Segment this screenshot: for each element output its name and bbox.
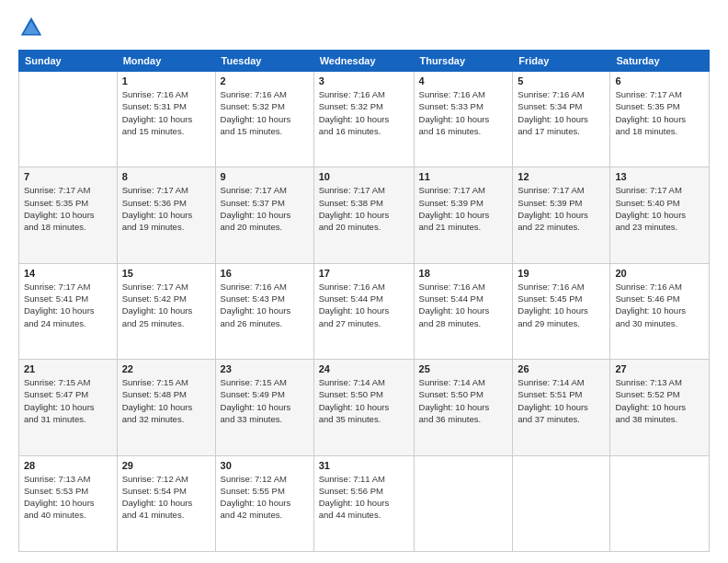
day-number: 8 <box>122 171 210 182</box>
calendar-cell: 24Sunrise: 7:14 AM Sunset: 5:50 PM Dayli… <box>313 360 414 455</box>
calendar-cell: 25Sunrise: 7:14 AM Sunset: 5:50 PM Dayli… <box>414 360 513 455</box>
calendar-week-row: 7Sunrise: 7:17 AM Sunset: 5:35 PM Daylig… <box>19 167 710 263</box>
day-number: 31 <box>319 460 409 471</box>
calendar-cell: 15Sunrise: 7:17 AM Sunset: 5:42 PM Dayli… <box>117 263 215 359</box>
calendar-cell: 27Sunrise: 7:13 AM Sunset: 5:52 PM Dayli… <box>610 360 710 455</box>
day-info: Sunrise: 7:15 AM Sunset: 5:49 PM Dayligh… <box>221 376 309 425</box>
calendar-table: SundayMondayTuesdayWednesdayThursdayFrid… <box>18 50 710 552</box>
day-info: Sunrise: 7:12 AM Sunset: 5:55 PM Dayligh… <box>221 473 309 522</box>
calendar-cell: 21Sunrise: 7:15 AM Sunset: 5:47 PM Dayli… <box>19 360 118 455</box>
logo-icon <box>18 15 44 40</box>
day-number: 28 <box>24 460 112 471</box>
day-info: Sunrise: 7:17 AM Sunset: 5:35 PM Dayligh… <box>615 88 704 137</box>
day-number: 19 <box>518 268 605 279</box>
day-number: 13 <box>615 171 704 182</box>
calendar-cell <box>414 455 513 551</box>
calendar-cell: 2Sunrise: 7:16 AM Sunset: 5:32 PM Daylig… <box>215 72 313 167</box>
day-number: 25 <box>419 363 508 374</box>
day-info: Sunrise: 7:17 AM Sunset: 5:42 PM Dayligh… <box>122 281 210 329</box>
day-number: 21 <box>24 363 112 374</box>
day-number: 23 <box>221 363 309 374</box>
calendar-cell: 9Sunrise: 7:17 AM Sunset: 5:37 PM Daylig… <box>215 167 313 263</box>
day-number: 4 <box>419 75 508 86</box>
calendar-cell: 29Sunrise: 7:12 AM Sunset: 5:54 PM Dayli… <box>117 455 215 551</box>
day-info: Sunrise: 7:16 AM Sunset: 5:44 PM Dayligh… <box>419 281 508 329</box>
day-info: Sunrise: 7:16 AM Sunset: 5:45 PM Dayligh… <box>518 281 605 329</box>
day-number: 26 <box>518 363 605 374</box>
calendar-week-row: 21Sunrise: 7:15 AM Sunset: 5:47 PM Dayli… <box>19 360 710 455</box>
calendar-cell: 7Sunrise: 7:17 AM Sunset: 5:35 PM Daylig… <box>19 167 118 263</box>
day-info: Sunrise: 7:16 AM Sunset: 5:44 PM Dayligh… <box>319 281 409 329</box>
page: SundayMondayTuesdayWednesdayThursdayFrid… <box>0 0 728 563</box>
day-info: Sunrise: 7:14 AM Sunset: 5:51 PM Dayligh… <box>518 376 605 425</box>
day-info: Sunrise: 7:15 AM Sunset: 5:47 PM Dayligh… <box>24 376 112 425</box>
calendar-cell: 3Sunrise: 7:16 AM Sunset: 5:32 PM Daylig… <box>313 72 414 167</box>
day-info: Sunrise: 7:16 AM Sunset: 5:32 PM Dayligh… <box>221 88 309 137</box>
calendar-cell: 8Sunrise: 7:17 AM Sunset: 5:36 PM Daylig… <box>117 167 215 263</box>
day-number: 5 <box>518 75 605 86</box>
day-info: Sunrise: 7:16 AM Sunset: 5:33 PM Dayligh… <box>419 88 508 137</box>
calendar-cell: 10Sunrise: 7:17 AM Sunset: 5:38 PM Dayli… <box>313 167 414 263</box>
day-info: Sunrise: 7:13 AM Sunset: 5:53 PM Dayligh… <box>24 473 112 522</box>
calendar-cell: 26Sunrise: 7:14 AM Sunset: 5:51 PM Dayli… <box>513 360 610 455</box>
calendar-cell: 31Sunrise: 7:11 AM Sunset: 5:56 PM Dayli… <box>313 455 414 551</box>
day-number: 3 <box>319 75 409 86</box>
day-info: Sunrise: 7:15 AM Sunset: 5:48 PM Dayligh… <box>122 376 210 425</box>
calendar-week-row: 1Sunrise: 7:16 AM Sunset: 5:31 PM Daylig… <box>19 72 710 167</box>
calendar-cell: 28Sunrise: 7:13 AM Sunset: 5:53 PM Dayli… <box>19 455 118 551</box>
weekday-header: Wednesday <box>313 51 414 72</box>
weekday-header: Thursday <box>414 51 513 72</box>
calendar-cell: 22Sunrise: 7:15 AM Sunset: 5:48 PM Dayli… <box>117 360 215 455</box>
calendar-week-row: 14Sunrise: 7:17 AM Sunset: 5:41 PM Dayli… <box>19 263 710 359</box>
day-number: 22 <box>122 363 210 374</box>
day-number: 7 <box>24 171 112 182</box>
calendar-cell: 12Sunrise: 7:17 AM Sunset: 5:39 PM Dayli… <box>513 167 610 263</box>
day-info: Sunrise: 7:17 AM Sunset: 5:37 PM Dayligh… <box>221 184 309 233</box>
calendar-cell: 4Sunrise: 7:16 AM Sunset: 5:33 PM Daylig… <box>414 72 513 167</box>
day-info: Sunrise: 7:17 AM Sunset: 5:40 PM Dayligh… <box>615 184 704 233</box>
day-number: 14 <box>24 268 112 279</box>
day-number: 1 <box>122 75 210 86</box>
day-info: Sunrise: 7:13 AM Sunset: 5:52 PM Dayligh… <box>615 376 704 425</box>
day-number: 30 <box>221 460 309 471</box>
day-number: 11 <box>419 171 508 182</box>
day-number: 17 <box>319 268 409 279</box>
weekday-header: Friday <box>513 51 610 72</box>
calendar-cell: 16Sunrise: 7:16 AM Sunset: 5:43 PM Dayli… <box>215 263 313 359</box>
day-number: 27 <box>615 363 704 374</box>
day-info: Sunrise: 7:17 AM Sunset: 5:38 PM Dayligh… <box>319 184 409 233</box>
weekday-header: Saturday <box>610 51 710 72</box>
day-number: 15 <box>122 268 210 279</box>
day-info: Sunrise: 7:12 AM Sunset: 5:54 PM Dayligh… <box>122 473 210 522</box>
day-number: 24 <box>319 363 409 374</box>
day-info: Sunrise: 7:16 AM Sunset: 5:46 PM Dayligh… <box>615 281 704 329</box>
calendar-cell: 18Sunrise: 7:16 AM Sunset: 5:44 PM Dayli… <box>414 263 513 359</box>
calendar-cell: 5Sunrise: 7:16 AM Sunset: 5:34 PM Daylig… <box>513 72 610 167</box>
calendar-cell: 30Sunrise: 7:12 AM Sunset: 5:55 PM Dayli… <box>215 455 313 551</box>
calendar-cell: 1Sunrise: 7:16 AM Sunset: 5:31 PM Daylig… <box>117 72 215 167</box>
calendar-cell: 6Sunrise: 7:17 AM Sunset: 5:35 PM Daylig… <box>610 72 710 167</box>
calendar-cell <box>610 455 710 551</box>
calendar-cell: 14Sunrise: 7:17 AM Sunset: 5:41 PM Dayli… <box>19 263 118 359</box>
day-info: Sunrise: 7:14 AM Sunset: 5:50 PM Dayligh… <box>319 376 409 425</box>
day-number: 9 <box>221 171 309 182</box>
weekday-header: Tuesday <box>215 51 313 72</box>
day-info: Sunrise: 7:16 AM Sunset: 5:34 PM Dayligh… <box>518 88 605 137</box>
day-number: 10 <box>319 171 409 182</box>
day-info: Sunrise: 7:17 AM Sunset: 5:39 PM Dayligh… <box>419 184 508 233</box>
day-number: 16 <box>221 268 309 279</box>
calendar-cell <box>19 72 118 167</box>
day-info: Sunrise: 7:16 AM Sunset: 5:32 PM Dayligh… <box>319 88 409 137</box>
day-number: 2 <box>221 75 309 86</box>
day-number: 18 <box>419 268 508 279</box>
calendar-cell: 11Sunrise: 7:17 AM Sunset: 5:39 PM Dayli… <box>414 167 513 263</box>
weekday-header: Sunday <box>19 51 118 72</box>
calendar-cell <box>513 455 610 551</box>
logo <box>18 15 48 40</box>
calendar-cell: 13Sunrise: 7:17 AM Sunset: 5:40 PM Dayli… <box>610 167 710 263</box>
day-number: 6 <box>615 75 704 86</box>
calendar-cell: 23Sunrise: 7:15 AM Sunset: 5:49 PM Dayli… <box>215 360 313 455</box>
day-info: Sunrise: 7:17 AM Sunset: 5:35 PM Dayligh… <box>24 184 112 233</box>
day-info: Sunrise: 7:17 AM Sunset: 5:36 PM Dayligh… <box>122 184 210 233</box>
header <box>18 15 710 40</box>
